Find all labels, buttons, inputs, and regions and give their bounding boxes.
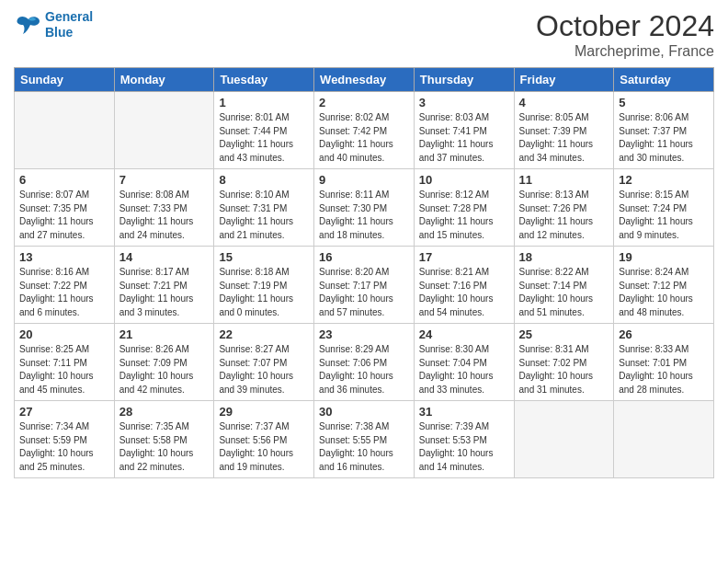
title-block: October 2024 Marcheprime, France bbox=[536, 9, 714, 60]
calendar-cell: 25Sunrise: 8:31 AMSunset: 7:02 PMDayligh… bbox=[514, 324, 614, 401]
day-number: 17 bbox=[419, 250, 509, 264]
day-info: Sunrise: 7:37 AMSunset: 5:56 PMDaylight:… bbox=[219, 420, 309, 474]
calendar-cell: 4Sunrise: 8:05 AMSunset: 7:39 PMDaylight… bbox=[514, 92, 614, 169]
day-number: 16 bbox=[319, 250, 409, 264]
day-number: 4 bbox=[519, 96, 609, 109]
day-info: Sunrise: 8:29 AMSunset: 7:06 PMDaylight:… bbox=[319, 343, 409, 396]
logo-blue: Blue bbox=[45, 25, 73, 40]
day-number: 13 bbox=[19, 250, 109, 264]
page: General Blue October 2024 Marcheprime, F… bbox=[0, 0, 728, 563]
calendar-cell: 2Sunrise: 8:02 AMSunset: 7:42 PMDaylight… bbox=[314, 92, 415, 169]
day-info: Sunrise: 8:05 AMSunset: 7:39 PMDaylight:… bbox=[519, 111, 609, 165]
calendar-cell: 29Sunrise: 7:37 AMSunset: 5:56 PMDayligh… bbox=[214, 401, 314, 478]
calendar-week-row: 20Sunrise: 8:25 AMSunset: 7:11 PMDayligh… bbox=[15, 324, 714, 401]
weekday-header: Wednesday bbox=[314, 68, 415, 92]
day-info: Sunrise: 8:31 AMSunset: 7:02 PMDaylight:… bbox=[519, 343, 609, 396]
day-info: Sunrise: 8:12 AMSunset: 7:28 PMDaylight:… bbox=[419, 189, 509, 242]
day-number: 28 bbox=[119, 405, 210, 419]
day-number: 1 bbox=[219, 96, 309, 109]
calendar-cell: 5Sunrise: 8:06 AMSunset: 7:37 PMDaylight… bbox=[614, 92, 714, 169]
day-info: Sunrise: 8:17 AMSunset: 7:21 PMDaylight:… bbox=[119, 266, 210, 319]
calendar-week-row: 6Sunrise: 8:07 AMSunset: 7:35 PMDaylight… bbox=[15, 169, 714, 247]
day-number: 7 bbox=[119, 173, 210, 187]
day-number: 8 bbox=[219, 173, 309, 187]
calendar-cell: 15Sunrise: 8:18 AMSunset: 7:19 PMDayligh… bbox=[214, 247, 314, 324]
day-info: Sunrise: 8:08 AMSunset: 7:33 PMDaylight:… bbox=[119, 189, 210, 242]
day-number: 24 bbox=[419, 327, 509, 341]
calendar-table: SundayMondayTuesdayWednesdayThursdayFrid… bbox=[14, 67, 714, 478]
day-info: Sunrise: 8:18 AMSunset: 7:19 PMDaylight:… bbox=[219, 266, 309, 319]
calendar-cell: 24Sunrise: 8:30 AMSunset: 7:04 PMDayligh… bbox=[414, 324, 514, 401]
day-number: 21 bbox=[119, 327, 210, 341]
calendar-cell bbox=[614, 401, 714, 478]
day-info: Sunrise: 8:16 AMSunset: 7:22 PMDaylight:… bbox=[19, 266, 109, 319]
day-info: Sunrise: 8:11 AMSunset: 7:30 PMDaylight:… bbox=[319, 189, 409, 242]
weekday-header: Saturday bbox=[614, 68, 714, 92]
calendar-week-row: 27Sunrise: 7:34 AMSunset: 5:59 PMDayligh… bbox=[15, 401, 714, 478]
calendar-cell: 30Sunrise: 7:38 AMSunset: 5:55 PMDayligh… bbox=[314, 401, 415, 478]
calendar-cell: 26Sunrise: 8:33 AMSunset: 7:01 PMDayligh… bbox=[614, 324, 714, 401]
logo-text: General Blue bbox=[45, 9, 93, 40]
day-info: Sunrise: 8:26 AMSunset: 7:09 PMDaylight:… bbox=[119, 343, 210, 396]
day-info: Sunrise: 8:25 AMSunset: 7:11 PMDaylight:… bbox=[19, 343, 109, 396]
month-title: October 2024 bbox=[536, 9, 714, 43]
calendar-cell: 3Sunrise: 8:03 AMSunset: 7:41 PMDaylight… bbox=[414, 92, 514, 169]
calendar-week-row: 13Sunrise: 8:16 AMSunset: 7:22 PMDayligh… bbox=[15, 247, 714, 324]
day-info: Sunrise: 8:33 AMSunset: 7:01 PMDaylight:… bbox=[619, 343, 709, 396]
day-number: 20 bbox=[19, 327, 109, 341]
weekday-header: Monday bbox=[114, 68, 214, 92]
calendar-cell: 19Sunrise: 8:24 AMSunset: 7:12 PMDayligh… bbox=[614, 247, 714, 324]
day-info: Sunrise: 8:03 AMSunset: 7:41 PMDaylight:… bbox=[419, 111, 509, 165]
day-info: Sunrise: 8:24 AMSunset: 7:12 PMDaylight:… bbox=[619, 266, 709, 319]
day-number: 25 bbox=[519, 327, 609, 341]
weekday-header: Friday bbox=[514, 68, 614, 92]
day-number: 18 bbox=[519, 250, 609, 264]
day-number: 6 bbox=[19, 173, 109, 187]
calendar-cell: 11Sunrise: 8:13 AMSunset: 7:26 PMDayligh… bbox=[514, 169, 614, 247]
day-number: 2 bbox=[319, 96, 409, 109]
calendar-cell: 28Sunrise: 7:35 AMSunset: 5:58 PMDayligh… bbox=[114, 401, 214, 478]
calendar-cell: 8Sunrise: 8:10 AMSunset: 7:31 PMDaylight… bbox=[214, 169, 314, 247]
day-number: 27 bbox=[19, 405, 109, 419]
day-info: Sunrise: 8:10 AMSunset: 7:31 PMDaylight:… bbox=[219, 189, 309, 242]
calendar-cell: 23Sunrise: 8:29 AMSunset: 7:06 PMDayligh… bbox=[314, 324, 415, 401]
day-number: 3 bbox=[419, 96, 509, 109]
calendar-cell: 14Sunrise: 8:17 AMSunset: 7:21 PMDayligh… bbox=[114, 247, 214, 324]
day-info: Sunrise: 7:39 AMSunset: 5:53 PMDaylight:… bbox=[419, 420, 509, 474]
day-info: Sunrise: 7:38 AMSunset: 5:55 PMDaylight:… bbox=[319, 420, 409, 474]
calendar-cell: 20Sunrise: 8:25 AMSunset: 7:11 PMDayligh… bbox=[15, 324, 115, 401]
day-number: 9 bbox=[319, 173, 409, 187]
calendar-week-row: 1Sunrise: 8:01 AMSunset: 7:44 PMDaylight… bbox=[15, 92, 714, 169]
day-number: 26 bbox=[619, 327, 709, 341]
calendar-cell: 12Sunrise: 8:15 AMSunset: 7:24 PMDayligh… bbox=[614, 169, 714, 247]
day-info: Sunrise: 8:01 AMSunset: 7:44 PMDaylight:… bbox=[219, 111, 309, 165]
day-number: 29 bbox=[219, 405, 309, 419]
day-number: 11 bbox=[519, 173, 609, 187]
logo-icon bbox=[14, 14, 41, 36]
calendar-cell: 7Sunrise: 8:08 AMSunset: 7:33 PMDaylight… bbox=[114, 169, 214, 247]
calendar-cell bbox=[514, 401, 614, 478]
day-info: Sunrise: 8:15 AMSunset: 7:24 PMDaylight:… bbox=[619, 189, 709, 242]
location: Marcheprime, France bbox=[536, 43, 714, 60]
weekday-header: Thursday bbox=[414, 68, 514, 92]
calendar-cell: 18Sunrise: 8:22 AMSunset: 7:14 PMDayligh… bbox=[514, 247, 614, 324]
day-info: Sunrise: 8:27 AMSunset: 7:07 PMDaylight:… bbox=[219, 343, 309, 396]
calendar-cell: 31Sunrise: 7:39 AMSunset: 5:53 PMDayligh… bbox=[414, 401, 514, 478]
calendar-cell bbox=[114, 92, 214, 169]
day-number: 14 bbox=[119, 250, 210, 264]
day-info: Sunrise: 8:13 AMSunset: 7:26 PMDaylight:… bbox=[519, 189, 609, 242]
day-info: Sunrise: 8:30 AMSunset: 7:04 PMDaylight:… bbox=[419, 343, 509, 396]
header: General Blue October 2024 Marcheprime, F… bbox=[14, 9, 714, 60]
weekday-header: Sunday bbox=[15, 68, 115, 92]
day-info: Sunrise: 8:22 AMSunset: 7:14 PMDaylight:… bbox=[519, 266, 609, 319]
calendar-header-row: SundayMondayTuesdayWednesdayThursdayFrid… bbox=[15, 68, 714, 92]
calendar-cell: 16Sunrise: 8:20 AMSunset: 7:17 PMDayligh… bbox=[314, 247, 415, 324]
calendar-cell: 9Sunrise: 8:11 AMSunset: 7:30 PMDaylight… bbox=[314, 169, 415, 247]
calendar-cell: 21Sunrise: 8:26 AMSunset: 7:09 PMDayligh… bbox=[114, 324, 214, 401]
day-info: Sunrise: 7:34 AMSunset: 5:59 PMDaylight:… bbox=[19, 420, 109, 474]
calendar-cell: 27Sunrise: 7:34 AMSunset: 5:59 PMDayligh… bbox=[15, 401, 115, 478]
calendar-cell: 6Sunrise: 8:07 AMSunset: 7:35 PMDaylight… bbox=[15, 169, 115, 247]
day-info: Sunrise: 7:35 AMSunset: 5:58 PMDaylight:… bbox=[119, 420, 210, 474]
calendar-cell: 13Sunrise: 8:16 AMSunset: 7:22 PMDayligh… bbox=[15, 247, 115, 324]
day-number: 15 bbox=[219, 250, 309, 264]
